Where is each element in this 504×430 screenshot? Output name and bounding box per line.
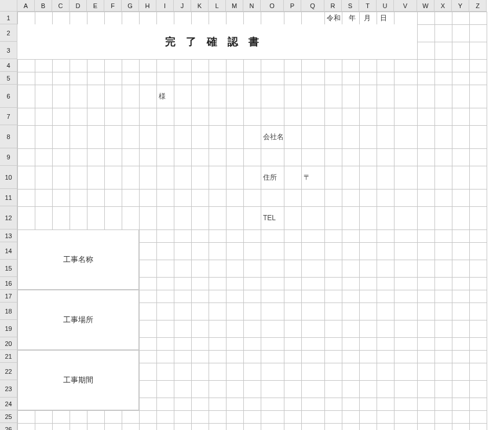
row-header-20[interactable]: 20 [0, 337, 17, 350]
title-text: 完了確認書 [165, 35, 269, 49]
column-header-E[interactable]: E [87, 0, 104, 12]
job-place-text: 工事場所 [63, 315, 93, 325]
column-header-O[interactable]: O [261, 0, 284, 12]
row-header-16[interactable]: 16 [0, 277, 17, 290]
column-header-N[interactable]: N [243, 0, 261, 12]
job-name-label: 工事名称 [17, 229, 139, 290]
month-label: 月 [364, 13, 371, 23]
row-header-23[interactable]: 23 [0, 380, 17, 398]
tel-label: TEL [261, 206, 284, 229]
row-header-25[interactable]: 25 [0, 410, 17, 423]
column-header-C[interactable]: C [52, 0, 70, 12]
job-period-label: 工事期間 [17, 350, 139, 410]
row-header-6[interactable]: 6 [0, 85, 17, 108]
column-header-V[interactable]: V [394, 0, 417, 12]
column-header-Z[interactable]: Z [469, 0, 487, 12]
row-header-22[interactable]: 22 [0, 363, 17, 380]
row-header-10[interactable]: 10 [0, 166, 17, 189]
job-place-label: 工事場所 [17, 290, 139, 350]
column-header-F[interactable]: F [104, 0, 122, 12]
row-header-13[interactable]: 13 [0, 229, 17, 242]
column-header-B[interactable]: B [35, 0, 52, 12]
column-header-I[interactable]: I [156, 0, 174, 12]
spreadsheet: ABCDEFGHIJKLMNOPQRSTUVWXYZ 1234567891011… [0, 0, 504, 430]
row-header-12[interactable]: 12 [0, 206, 17, 229]
row-header-11[interactable]: 11 [0, 189, 17, 206]
select-all-corner[interactable] [0, 0, 17, 12]
column-header-L[interactable]: L [209, 0, 226, 12]
address-label: 住所 [261, 166, 284, 189]
column-header-Y[interactable]: Y [452, 0, 469, 12]
row-header-2[interactable]: 2 [0, 24, 17, 42]
year-label: 年 [349, 13, 356, 23]
postal-mark: 〒 [301, 166, 324, 189]
column-header-W[interactable]: W [417, 0, 434, 12]
row-header-7[interactable]: 7 [0, 108, 17, 125]
day-label: 日 [380, 13, 387, 23]
row-header-8[interactable]: 8 [0, 125, 17, 148]
row-header-1[interactable]: 1 [0, 12, 17, 24]
column-header-K[interactable]: K [191, 0, 209, 12]
company-label: 会社名 [261, 125, 284, 148]
era-label: 令和 [327, 13, 341, 23]
column-header-M[interactable]: M [226, 0, 243, 12]
column-header-A[interactable]: A [17, 0, 35, 12]
row-header-5[interactable]: 5 [0, 72, 17, 85]
row-header-24[interactable]: 24 [0, 398, 17, 410]
column-header-T[interactable]: T [359, 0, 377, 12]
column-header-P[interactable]: P [284, 0, 301, 12]
row-header-14[interactable]: 14 [0, 242, 17, 260]
column-header-J[interactable]: J [174, 0, 191, 12]
row-header-3[interactable]: 3 [0, 42, 17, 59]
column-header-U[interactable]: U [377, 0, 394, 12]
row-header-9[interactable]: 9 [0, 148, 17, 166]
row-header-21[interactable]: 21 [0, 350, 17, 363]
column-header-R[interactable]: R [324, 0, 342, 12]
document-title: 完了確認書 [17, 24, 417, 59]
job-name-text: 工事名称 [63, 254, 93, 265]
column-header-X[interactable]: X [434, 0, 452, 12]
addressee-suffix: 様 [156, 85, 174, 108]
column-header-H[interactable]: H [139, 0, 156, 12]
row-header-17[interactable]: 17 [0, 290, 17, 303]
column-header-G[interactable]: G [122, 0, 139, 12]
row-header-19[interactable]: 19 [0, 320, 17, 337]
job-period-text: 工事期間 [63, 375, 93, 385]
row-header-26[interactable]: 26 [0, 423, 17, 430]
column-header-Q[interactable]: Q [301, 0, 324, 12]
date-era-line: 令和年月日 [324, 12, 417, 24]
column-header-S[interactable]: S [342, 0, 359, 12]
cell-grid[interactable]: 令和年月日 完了確認書 様 会社名 住所 〒 TEL 工事名称 工事場所 工事期… [17, 12, 487, 430]
row-header-4[interactable]: 4 [0, 59, 17, 72]
row-header-15[interactable]: 15 [0, 260, 17, 277]
column-header-D[interactable]: D [70, 0, 87, 12]
row-header-18[interactable]: 18 [0, 303, 17, 320]
